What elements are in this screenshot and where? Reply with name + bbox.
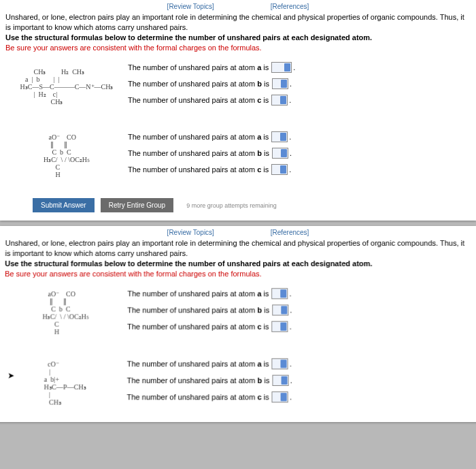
questions-2: The number of unshared pairs at atom a i… [128, 131, 471, 180]
link-references[interactable]: [References] [271, 3, 309, 10]
intro-text: Unshared, or lone, electron pairs play a… [5, 12, 471, 52]
q2b: The number of unshared pairs at atom b i… [128, 148, 471, 159]
questions-4: The number of unshared pairs at atom a i… [126, 359, 473, 408]
structure-3-formula: aO⁻ CO ‖ ‖ C b C H₃C/ \ / \OC₂H₅ C H [42, 291, 89, 336]
problem-row-1: CH₃ H₂ CH₃ a | b | | H₃C—S—C———C—N⁺—CH₃ … [5, 59, 471, 114]
questions-1: The number of unshared pairs at atom a i… [128, 62, 471, 111]
intro-line1: Unshared, or lone, electron pairs play a… [5, 13, 464, 31]
structure-2: aO⁻ CO ‖ ‖ C b C H₃C/ \ / \OC₂H₅ C H [5, 129, 128, 183]
intro-line3: Be sure your answers are consistent with… [5, 44, 262, 52]
link-review-topics-2[interactable]: [Review Topics] [167, 229, 214, 236]
problem-row-2: aO⁻ CO ‖ ‖ C b C H₃C/ \ / \OC₂H₅ C H The… [5, 129, 471, 183]
intro2-line1: Unshared, or lone, electron pairs play a… [5, 239, 464, 257]
top-links-2: [Review Topics] [References] [5, 229, 471, 236]
q4a: The number of unshared pairs at atom a i… [127, 359, 473, 370]
link-references-2[interactable]: [References] [271, 229, 309, 236]
answer-input-3b[interactable] [272, 305, 288, 316]
structure-4-formula: cO⁻ | a b|+ H₃C—P—CH₃ | CH₃ [44, 361, 86, 406]
answer-input-3a[interactable] [271, 289, 288, 300]
retry-button[interactable]: Retry Entire Group [101, 198, 173, 212]
q3a: The number of unshared pairs at atom a i… [127, 289, 471, 300]
answer-input-1a[interactable] [271, 62, 292, 73]
top-links: [Review Topics] [References] [5, 3, 471, 10]
q4b: The number of unshared pairs at atom b i… [127, 375, 473, 386]
answer-input-2b[interactable] [272, 148, 288, 159]
intro-line2: Use the structural formulas below to det… [5, 33, 372, 42]
button-row: Submit Answer Retry Entire Group 9 more … [33, 198, 471, 212]
answer-input-2a[interactable] [271, 131, 288, 142]
structure-3: aO⁻ CO ‖ ‖ C b C H₃C/ \ / \OC₂H₅ C H [4, 286, 128, 341]
problem-row-4: cO⁻ | a b|+ H₃C—P—CH₃ | CH₃ The number o… [3, 356, 473, 411]
q2a: The number of unshared pairs at atom a i… [128, 131, 471, 142]
submit-button[interactable]: Submit Answer [33, 198, 95, 212]
structure-4: cO⁻ | a b|+ H₃C—P—CH₃ | CH₃ [3, 356, 126, 411]
answer-input-4b[interactable] [272, 375, 288, 386]
problem-panel-1: [Review Topics] [References] Unshared, o… [0, 0, 476, 221]
intro-text-2: Unshared, or lone, electron pairs play a… [5, 238, 471, 279]
q3b: The number of unshared pairs at atom b i… [127, 305, 472, 316]
answer-input-1b[interactable] [272, 78, 288, 89]
q1a: The number of unshared pairs at atom a i… [128, 62, 471, 73]
q1b: The number of unshared pairs at atom b i… [128, 78, 471, 89]
link-review-topics[interactable]: [Review Topics] [167, 3, 214, 10]
intro2-line2: Use the structural formulas below to det… [5, 259, 372, 268]
q2c: The number of unshared pairs at atom c i… [128, 164, 471, 175]
questions-3: The number of unshared pairs at atom a i… [127, 289, 472, 338]
q1c: The number of unshared pairs at atom c i… [128, 95, 471, 106]
answer-input-4c[interactable] [272, 392, 288, 403]
q4c: The number of unshared pairs at atom c i… [126, 392, 473, 403]
structure-1-formula: CH₃ H₂ CH₃ a | b | | H₃C—S—C———C—N⁺—CH₃ … [20, 68, 114, 106]
answer-input-2c[interactable] [271, 164, 288, 175]
structure-2-formula: aO⁻ CO ‖ ‖ C b C H₃C/ \ / \OC₂H₅ C H [44, 133, 90, 178]
answer-input-3c[interactable] [272, 321, 288, 332]
answer-input-1c[interactable] [271, 95, 288, 106]
structure-1: CH₃ H₂ CH₃ a | b | | H₃C—S—C———C—N⁺—CH₃ … [5, 59, 128, 114]
problem-panel-2: [Review Topics] [References] Unshared, o… [0, 226, 476, 422]
attempts-remaining: 9 more group attempts remaining [180, 199, 284, 212]
answer-input-4a[interactable] [272, 359, 288, 370]
intro2-line3: Be sure your answers are consistent with… [5, 270, 262, 278]
problem-row-3: aO⁻ CO ‖ ‖ C b C H₃C/ \ / \OC₂H₅ C H The… [4, 286, 472, 341]
q3c: The number of unshared pairs at atom c i… [127, 321, 472, 332]
